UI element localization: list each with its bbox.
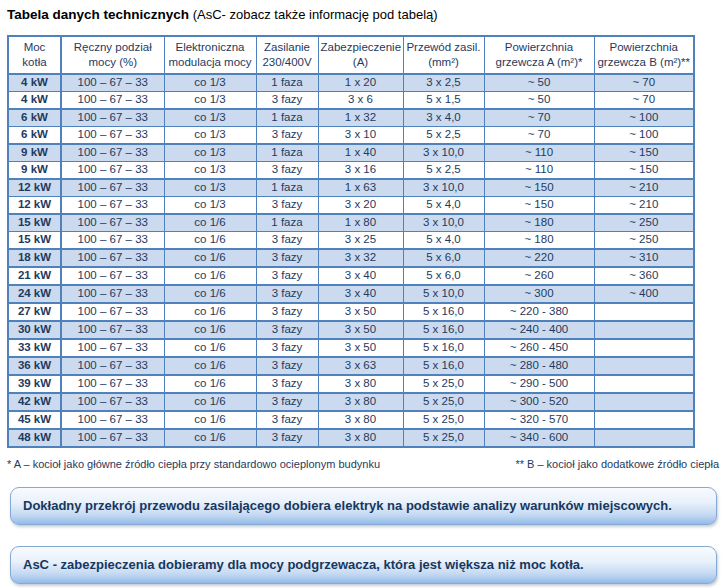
zasilanie-cell: 3 fazy (256, 249, 318, 267)
table-row: 9 kW100 – 67 – 33co 1/33 fazy3 x 165 x 2… (8, 161, 694, 179)
przewod-zasil-cell: 3 x 2,5 (403, 74, 484, 92)
zabezpieczenie-cell: 3 x 40 (318, 285, 403, 303)
powierzchnia-a-cell: ~ 260 - 450 (484, 339, 594, 357)
zabezpieczenie-cell: 3 x 80 (318, 411, 403, 429)
zabezpieczenie-cell: 3 x 25 (318, 231, 403, 249)
powierzchnia-a-cell: ~ 150 (484, 179, 594, 197)
table-row: 4 kW100 – 67 – 33co 1/31 faza1 x 203 x 2… (8, 74, 694, 92)
powierzchnia-a-cell: ~ 180 (484, 214, 594, 232)
table-row: 6 kW100 – 67 – 33co 1/31 faza1 x 323 x 4… (8, 109, 694, 127)
technical-data-table: Moc kotłaRęczny podział mocy (%)Elektron… (7, 35, 695, 448)
asc-label: AsC (23, 557, 49, 572)
powierzchnia-a-cell: ~ 280 - 480 (484, 357, 594, 375)
document-page: Tabela danych technicznych (AsC- zobacz … (0, 0, 727, 584)
powierzchnia-b-cell: ~ 250 (594, 231, 694, 249)
table-row: 12 kW100 – 67 – 33co 1/31 faza1 x 633 x … (8, 179, 694, 197)
przewod-zasil-cell: 3 x 10,0 (403, 214, 484, 232)
przewod-zasil-cell: 3 x 4,0 (403, 109, 484, 127)
elektroniczna-modulacja-cell: co 1/3 (164, 74, 256, 92)
reczny-podzial-mocy-cell: 100 – 67 – 33 (61, 339, 164, 357)
table-row: 33 kW100 – 67 – 33co 1/63 fazy3 x 505 x … (8, 339, 694, 357)
moc-kotla-cell: 6 kW (8, 126, 61, 144)
zabezpieczenie-cell: 1 x 32 (318, 109, 403, 127)
reczny-podzial-mocy-cell: 100 – 67 – 33 (61, 109, 164, 127)
moc-kotla-cell: 6 kW (8, 109, 61, 127)
powierzchnia-b-cell: ~ 310 (594, 249, 694, 267)
zabezpieczenie-cell: 3 x 80 (318, 375, 403, 393)
elektroniczna-modulacja-cell: co 1/6 (164, 267, 256, 285)
footnote-a: * A – kocioł jako główne źródło ciepła p… (7, 458, 380, 470)
moc-kotla-cell: 48 kW (8, 429, 61, 447)
przewod-zasil-cell: 5 x 16,0 (403, 357, 484, 375)
powierzchnia-b-cell (594, 375, 694, 393)
zasilanie-cell: 3 fazy (256, 339, 318, 357)
powierzchnia-a-cell: ~ 110 (484, 161, 594, 179)
powierzchnia-b-cell: ~ 70 (594, 91, 694, 109)
moc-kotla-cell: 21 kW (8, 267, 61, 285)
moc-kotla-cell: 12 kW (8, 196, 61, 214)
powierzchnia-a-cell: ~ 180 (484, 231, 594, 249)
zabezpieczenie-cell: 3 x 16 (318, 161, 403, 179)
przewod-zasil-cell: 5 x 1,5 (403, 91, 484, 109)
elektroniczna-modulacja-cell: co 1/3 (164, 91, 256, 109)
powierzchnia-b-cell (594, 339, 694, 357)
table-row: 39 kW100 – 67 – 33co 1/63 fazy3 x 805 x … (8, 375, 694, 393)
zabezpieczenie-cell: 3 x 20 (318, 196, 403, 214)
table-row: 15 kW100 – 67 – 33co 1/63 fazy3 x 255 x … (8, 231, 694, 249)
powierzchnia-b-cell: ~ 250 (594, 214, 694, 232)
powierzchnia-b-cell: ~ 360 (594, 267, 694, 285)
powierzchnia-b-cell: ~ 210 (594, 179, 694, 197)
moc-kotla-cell: 12 kW (8, 179, 61, 197)
powierzchnia-a-cell: ~ 240 - 400 (484, 321, 594, 339)
zasilanie-cell: 3 fazy (256, 411, 318, 429)
zabezpieczenie-cell: 3 x 32 (318, 249, 403, 267)
elektroniczna-modulacja-cell: co 1/6 (164, 285, 256, 303)
footnote-b: ** B – kocioł jako dodatkowe źródło ciep… (515, 458, 719, 470)
przewod-zasil-cell: 5 x 6,0 (403, 267, 484, 285)
elektroniczna-modulacja-cell: co 1/3 (164, 109, 256, 127)
reczny-podzial-mocy-cell: 100 – 67 – 33 (61, 321, 164, 339)
powierzchnia-a-cell: ~ 290 - 500 (484, 375, 594, 393)
zasilanie-cell: 1 faza (256, 179, 318, 197)
zasilanie-cell: 3 fazy (256, 429, 318, 447)
column-header-przewod-zasil: Przewód zasil. (mm²) (403, 36, 484, 74)
zasilanie-cell: 3 fazy (256, 161, 318, 179)
reczny-podzial-mocy-cell: 100 – 67 – 33 (61, 214, 164, 232)
moc-kotla-cell: 27 kW (8, 303, 61, 321)
table-row: 24 kW100 – 67 – 33co 1/63 fazy3 x 405 x … (8, 285, 694, 303)
moc-kotla-cell: 18 kW (8, 249, 61, 267)
elektroniczna-modulacja-cell: co 1/6 (164, 249, 256, 267)
powierzchnia-b-cell: ~ 400 (594, 285, 694, 303)
zabezpieczenie-cell: 3 x 50 (318, 339, 403, 357)
powierzchnia-a-cell: ~ 50 (484, 74, 594, 92)
zabezpieczenie-cell: 3 x 63 (318, 357, 403, 375)
elektroniczna-modulacja-cell: co 1/3 (164, 161, 256, 179)
przewod-zasil-cell: 5 x 4,0 (403, 196, 484, 214)
reczny-podzial-mocy-cell: 100 – 67 – 33 (61, 303, 164, 321)
elektroniczna-modulacja-cell: co 1/6 (164, 339, 256, 357)
zasilanie-cell: 3 fazy (256, 267, 318, 285)
reczny-podzial-mocy-cell: 100 – 67 – 33 (61, 161, 164, 179)
zasilanie-cell: 1 faza (256, 74, 318, 92)
przewod-zasil-cell: 5 x 25,0 (403, 375, 484, 393)
column-header-zasilanie: Zasilanie 230/400V (256, 36, 318, 74)
zabezpieczenie-cell: 3 x 10 (318, 126, 403, 144)
powierzchnia-b-cell: ~ 150 (594, 144, 694, 162)
reczny-podzial-mocy-cell: 100 – 67 – 33 (61, 126, 164, 144)
przewod-zasil-cell: 5 x 16,0 (403, 303, 484, 321)
powierzchnia-a-cell: ~ 260 (484, 267, 594, 285)
przewod-zasil-cell: 5 x 2,5 (403, 161, 484, 179)
table-row: 21 kW100 – 67 – 33co 1/63 fazy3 x 405 x … (8, 267, 694, 285)
elektroniczna-modulacja-cell: co 1/6 (164, 393, 256, 411)
column-header-zabezpieczenie: Zabezpieczenie (A) (318, 36, 403, 74)
zabezpieczenie-cell: 3 x 6 (318, 91, 403, 109)
zasilanie-cell: 3 fazy (256, 126, 318, 144)
table-row: 6 kW100 – 67 – 33co 1/33 fazy3 x 105 x 2… (8, 126, 694, 144)
zasilanie-cell: 1 faza (256, 214, 318, 232)
zasilanie-cell: 3 fazy (256, 91, 318, 109)
reczny-podzial-mocy-cell: 100 – 67 – 33 (61, 144, 164, 162)
powierzchnia-a-cell: ~ 300 - 520 (484, 393, 594, 411)
info-box-asc-text: AsC - zabezpieczenia dobieramy dla mocy … (23, 557, 584, 572)
elektroniczna-modulacja-cell: co 1/6 (164, 231, 256, 249)
zabezpieczenie-cell: 1 x 63 (318, 179, 403, 197)
